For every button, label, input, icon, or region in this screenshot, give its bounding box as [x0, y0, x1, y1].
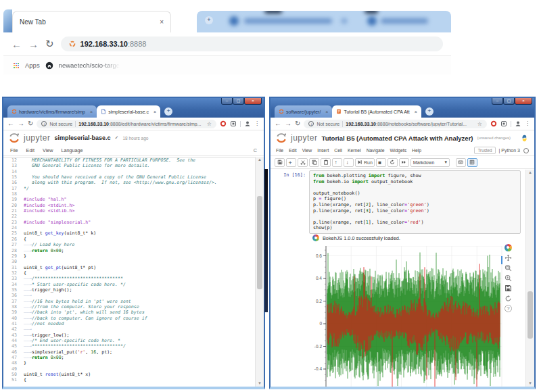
maximize-button[interactable]: ▢ — [503, 98, 515, 105]
tab-close-icon[interactable]: × — [160, 18, 164, 26]
scrollbar-thumb[interactable] — [528, 291, 533, 339]
extension-square-icon[interactable] — [230, 120, 237, 127]
keyboard-button[interactable] — [456, 158, 466, 167]
editor-line[interactable]: 50uint8_t reset(uint8_t* x) — [3, 372, 256, 377]
scroll-up-icon[interactable]: ▲ — [526, 170, 534, 176]
reload-icon[interactable]: ↻ — [295, 120, 300, 127]
editor-line[interactable]: 34——→* Start user-specific code here. */ — [3, 282, 256, 287]
bookmark-star-icon[interactable]: ☆ — [477, 121, 482, 127]
editor-line[interactable]: 21#include <stdlib.h> — [3, 208, 256, 214]
save-button[interactable] — [275, 158, 285, 167]
editor-line[interactable]: 29} — [3, 253, 256, 259]
editor-line[interactable]: 15 You should have received a copy of th… — [3, 174, 256, 180]
tab-jupyter-home[interactable]: software/jupyter/ × — [275, 105, 332, 118]
menu-item-edit[interactable]: Edit — [289, 148, 297, 153]
menu-item-language[interactable]: Language — [61, 147, 83, 153]
restart-run-all-button[interactable] — [399, 158, 409, 167]
editor-line[interactable]: 41——→//not needed — [3, 321, 256, 326]
editor-line[interactable]: 16 along with this program. If not, see … — [3, 180, 256, 185]
tab-close-icon[interactable]: × — [90, 109, 93, 114]
tab-new-tab[interactable]: New Tab × — [12, 11, 171, 32]
tab-firmware-folder[interactable]: hardware/victims/firmware/simp × — [7, 105, 97, 118]
menu-item-view[interactable]: View — [302, 148, 312, 153]
menu-item-cell[interactable]: Cell — [334, 148, 342, 153]
back-icon[interactable]: ← — [7, 120, 14, 127]
bookmark-repo-label[interactable]: newaetech/scio-targe — [59, 62, 120, 69]
editor-line[interactable]: 19#include "hal.h" — [3, 197, 256, 202]
minimize-button[interactable]: – — [221, 98, 233, 105]
extension-o-icon[interactable] — [220, 120, 227, 127]
reset-tool-icon[interactable] — [505, 295, 512, 302]
help-tool-icon[interactable]: ? — [505, 305, 512, 312]
close-button[interactable]: × — [515, 98, 532, 105]
close-button[interactable]: × — [244, 98, 262, 105]
menu-item-edit[interactable]: Edit — [26, 147, 34, 153]
editor-line[interactable]: 35——→trigger_high(); — [3, 287, 256, 293]
scroll-down-icon[interactable]: ▼ — [526, 381, 534, 387]
scrollbar-thumb[interactable] — [257, 196, 262, 289]
bokeh-plot[interactable]: 0.60.40.20-0.2-0.4 — [302, 246, 505, 387]
menu-item-navigate[interactable]: Navigate — [367, 148, 385, 153]
editor-line[interactable]: 27——→// Load key here — [3, 242, 256, 247]
tab-close-icon[interactable]: × — [415, 109, 417, 114]
back-icon[interactable]: ← — [275, 120, 281, 127]
extension-o-icon[interactable] — [490, 120, 497, 127]
browser-menu-icon[interactable]: ⋮ — [254, 120, 260, 127]
tab-simpleserial-base[interactable]: simpleserial-base.c × — [97, 105, 160, 118]
profile-icon[interactable] — [244, 120, 251, 127]
editor-line[interactable]: 31uint8_t get_pt(uint8_t* pt) — [3, 265, 256, 270]
code-cell[interactable]: from bokeh.plotting import figure, showf… — [309, 170, 521, 234]
tab-tutorial-b5[interactable]: Tutorial B5 (Automated CPA Att × — [332, 105, 421, 118]
browser-menu-icon[interactable]: ⋮ — [525, 120, 530, 127]
cut-cell-button[interactable] — [298, 158, 308, 167]
omnibox[interactable]: i Not secure 192.168.33.10:8888/edit/har… — [37, 120, 216, 128]
editor-line[interactable]: 28——→return 0x00; — [3, 248, 256, 253]
editor-line[interactable]: 24 — [3, 225, 256, 230]
menu-item-insert[interactable]: Insert — [317, 148, 329, 153]
editor-line[interactable]: 43——→trigger_low(); — [3, 333, 256, 338]
menu-item-widgets[interactable]: Widgets — [390, 148, 406, 153]
editor-line[interactable]: 23#include "simpleserial.h" — [3, 220, 256, 225]
menu-item-file[interactable]: File — [10, 147, 18, 153]
apps-grid-icon[interactable] — [13, 62, 20, 69]
scroll-up-icon[interactable]: ▲ — [256, 157, 264, 163]
editor-line[interactable]: 12 MERCHANTABILITY OF FITNESS FOR A PART… — [3, 157, 256, 163]
editor-line[interactable]: 39——→//back into 'pt', which will send 1… — [3, 310, 256, 315]
editor-line[interactable]: 20#include <stdint.h> — [3, 203, 256, 208]
extension-square-icon[interactable] — [500, 120, 507, 127]
editor-line[interactable]: 47——→return 0x00; — [3, 355, 256, 360]
editor-line[interactable]: 36——→ — [3, 293, 256, 298]
scroll-down-icon[interactable]: ▼ — [256, 381, 264, 387]
editor-line[interactable]: 17*/ — [3, 186, 256, 191]
editor-scrollbar[interactable]: ▲ ▼ — [255, 157, 264, 387]
menu-item-kernel[interactable]: Kernel — [348, 148, 361, 153]
editor-line[interactable]: 14 — [3, 169, 256, 174]
add-cell-button[interactable]: + — [286, 158, 296, 167]
bookmark-star-icon[interactable]: ☆ — [207, 121, 212, 127]
move-up-button[interactable]: ↑ — [332, 158, 342, 167]
editor-line[interactable]: 13 GNU General Public License for more d… — [3, 163, 256, 168]
cell-grid-button[interactable] — [467, 158, 477, 167]
paste-cell-button[interactable] — [321, 158, 331, 167]
menu-item-view[interactable]: View — [43, 147, 53, 153]
new-tab-button[interactable]: + — [164, 107, 172, 116]
editor-line[interactable]: 38——→//from the computer. Store your res… — [3, 304, 256, 310]
minimize-button[interactable]: – — [492, 98, 503, 105]
new-tab-button[interactable]: + — [205, 16, 213, 24]
move-down-button[interactable]: ↓ — [344, 158, 354, 167]
info-icon[interactable]: i — [308, 121, 314, 126]
run-button[interactable]: Run — [355, 158, 375, 167]
new-tab-button[interactable]: + — [425, 107, 433, 116]
forward-icon[interactable]: → — [18, 120, 24, 127]
notebook-content[interactable]: In [16]: from bokeh.plotting import figu… — [271, 170, 526, 387]
restart-kernel-button[interactable] — [388, 158, 398, 167]
editor-line[interactable]: 25uint8_t get_key(uint8_t* k) — [3, 230, 256, 236]
apps-label[interactable]: Apps — [25, 62, 40, 69]
editor-line[interactable]: 46——→simpleserial_put('r', 16, pt); — [3, 349, 256, 355]
profile-icon[interactable] — [515, 120, 521, 127]
pan-tool-icon[interactable] — [505, 254, 512, 262]
forward-icon[interactable]: → — [28, 39, 39, 50]
omnibox[interactable]: 192.168.33.10:8888 — [61, 36, 443, 51]
info-icon[interactable]: i — [41, 121, 47, 126]
editor-line[interactable]: 26{ — [3, 237, 256, 242]
